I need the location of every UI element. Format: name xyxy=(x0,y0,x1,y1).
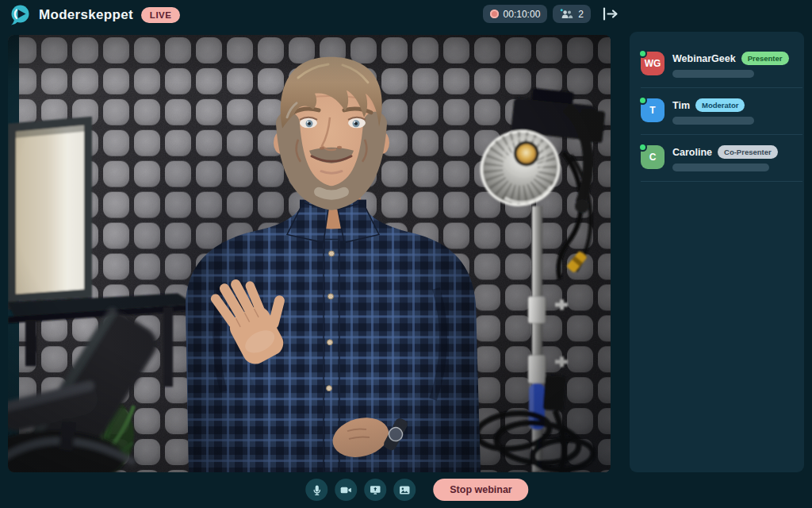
avatar-initials: T xyxy=(649,105,655,116)
participant-name: WebinarGeek xyxy=(672,53,736,64)
role-badge: Presenter xyxy=(741,52,789,65)
avatar-initials: WG xyxy=(645,58,661,69)
participants-panel: WG WebinarGeek Presenter T Tim Moderator xyxy=(630,32,804,472)
webcam-stream xyxy=(8,35,611,472)
timer-value: 00:10:00 xyxy=(504,9,541,20)
attendee-count: 2 xyxy=(578,9,584,20)
microphone-icon xyxy=(311,484,323,496)
stop-webinar-button[interactable]: Stop webinar xyxy=(433,479,528,501)
avatar-initials: C xyxy=(649,152,657,163)
role-badge: Moderator xyxy=(695,98,745,112)
camera-button[interactable] xyxy=(335,479,357,501)
screen-share-button[interactable] xyxy=(364,479,386,501)
audio-level-bar xyxy=(672,70,754,78)
participant-row[interactable]: WG WebinarGeek Presenter xyxy=(630,41,804,78)
control-toolbar: Stop webinar xyxy=(305,479,528,501)
participant-row[interactable]: C Caroline Co-Presenter xyxy=(630,135,804,171)
avatar: T xyxy=(641,98,665,122)
attendees-icon xyxy=(560,9,573,19)
online-dot-icon xyxy=(638,49,647,58)
brand-logo-icon xyxy=(10,4,31,25)
avatar: WG xyxy=(641,52,665,75)
participant-name: Tim xyxy=(672,100,690,111)
studio-scene xyxy=(8,35,611,472)
brand-title: Moderskeppet xyxy=(39,7,133,23)
participant-row[interactable]: T Tim Moderator xyxy=(630,88,804,125)
microphone-button[interactable] xyxy=(305,479,327,501)
online-dot-icon xyxy=(638,143,647,152)
leave-webinar-icon[interactable] xyxy=(601,6,620,22)
recording-timer: 00:10:00 xyxy=(483,5,548,23)
attendee-counter[interactable]: 2 xyxy=(553,5,591,23)
live-badge: LIVE xyxy=(141,7,181,23)
screen-share-icon xyxy=(369,484,381,496)
divider xyxy=(641,181,802,182)
avatar: C xyxy=(641,145,665,169)
online-dot-icon xyxy=(638,96,647,105)
top-bar: Moderskeppet LIVE 00:10:00 2 xyxy=(0,0,812,32)
role-badge: Co-Presenter xyxy=(718,145,778,159)
record-dot-icon xyxy=(490,10,499,18)
participant-name: Caroline xyxy=(672,147,712,158)
audio-level-bar xyxy=(672,117,754,125)
media-button[interactable] xyxy=(393,479,416,501)
audio-level-bar xyxy=(672,164,769,171)
image-icon xyxy=(398,484,411,496)
camera-icon xyxy=(339,484,352,496)
